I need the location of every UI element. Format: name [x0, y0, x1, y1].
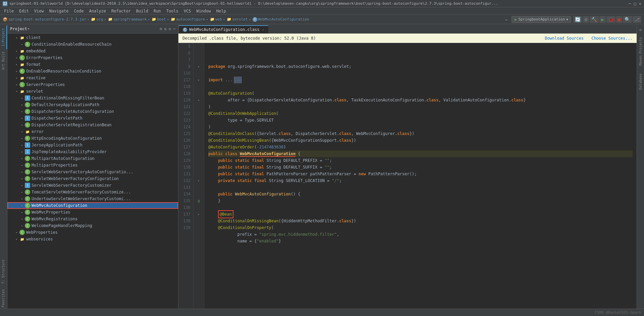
close-button[interactable]: ✕ — [639, 1, 641, 6]
settings-button[interactable]: ⚙ — [583, 16, 589, 23]
tree-expander[interactable]: ▸ — [14, 237, 19, 241]
git-button[interactable]: ⎇ — [633, 16, 641, 23]
fold-placeholder[interactable]: ... — [234, 77, 242, 83]
strip-artbuild-tab[interactable]: Art Build — [0, 49, 7, 73]
collapse-icon[interactable]: — — [173, 27, 175, 31]
menu-window[interactable]: Window — [194, 8, 213, 14]
tree-expander[interactable]: ▸ — [19, 137, 25, 140]
run-button[interactable]: ▶ — [599, 16, 605, 23]
tree-expander[interactable]: ▸ — [19, 224, 25, 227]
tree-expander[interactable]: ▸ — [14, 56, 19, 59]
tree-expander[interactable]: ▸ — [14, 76, 19, 80]
tree-expander[interactable]: ▸ — [14, 49, 19, 53]
right-tab-maven-projects[interactable]: Maven Projects — [637, 35, 644, 68]
tree-item[interactable]: ▸CMultipartAutoConfiguration — [7, 155, 178, 162]
menu-tools[interactable]: Tools — [164, 8, 181, 14]
sort-icon[interactable]: ⇅ — [164, 27, 166, 31]
fold-icon[interactable]: ▸ — [198, 78, 200, 82]
code-editor[interactable]: 5678116117118119120121122123124125126127… — [178, 43, 637, 316]
tree-expander[interactable]: ▸ — [19, 157, 25, 160]
tree-item[interactable]: ▸📁format — [7, 61, 178, 68]
tree-expander[interactable]: ▸ — [19, 217, 25, 221]
menu-build[interactable]: Build — [133, 8, 151, 14]
gear-icon[interactable]: ⚙ — [169, 27, 171, 31]
menu-view[interactable]: View — [32, 8, 47, 14]
tree-expander[interactable]: ▸ — [19, 184, 25, 187]
tree-expander[interactable]: ▸ — [19, 96, 25, 100]
tree-item[interactable]: ▸CUndertowServletWebServerFactoryCustomi… — [7, 195, 178, 202]
tree-item[interactable]: ▾📁servlet — [7, 88, 178, 95]
tree-expander[interactable]: ▸ — [14, 231, 19, 234]
tree-item[interactable]: ▸CDefaultJerseyApplicationPath — [7, 101, 178, 108]
menu-analyze[interactable]: Analyze — [86, 8, 109, 14]
maximize-button[interactable]: □ — [634, 1, 636, 6]
tree-expander[interactable]: ▸ — [14, 63, 19, 66]
bc-autoconfigure[interactable]: autoconfigure — [176, 17, 205, 21]
tree-expander[interactable]: ▸ — [19, 170, 25, 174]
tree-item[interactable]: ▸CServletWebServerFactoryAutoConfigurati… — [7, 169, 178, 175]
tree-item[interactable]: ▸CWebMvcAutoConfiguration — [7, 202, 178, 209]
fold-icon[interactable]: ▸ — [198, 213, 200, 216]
tree-expander[interactable]: ▸ — [19, 204, 25, 207]
tree-expander[interactable]: ▾ — [14, 90, 19, 93]
fold-icon[interactable]: ▸ — [198, 98, 200, 102]
tree-expander[interactable]: ▸ — [19, 177, 25, 180]
menu-code[interactable]: Code — [71, 8, 87, 14]
menu-run[interactable]: Run — [151, 8, 164, 14]
strip-project-tab[interactable]: 1:Project — [0, 26, 7, 49]
menu-refactor[interactable]: Refactor — [109, 8, 133, 14]
bc-servlet[interactable]: servlet — [232, 17, 248, 21]
tree-expander[interactable]: ▸ — [19, 143, 25, 147]
choose-sources-link[interactable]: Choose Sources... — [591, 36, 633, 41]
tree-item[interactable]: ▸CDispatcherServletRegistrationBean — [7, 122, 178, 128]
tree-item[interactable]: ▸CTomcatServletWebServerFactoryCustomize… — [7, 189, 178, 195]
bean-gutter-icon[interactable]: @ — [198, 199, 200, 203]
tree-item[interactable]: ▸CWebProperties — [7, 229, 178, 236]
run-config-selector[interactable]: ▶ SpringbootApplication ▼ — [512, 16, 571, 23]
tree-item[interactable]: ▸CServerProperties — [7, 81, 178, 88]
tree-expander[interactable]: ▸ — [19, 43, 25, 46]
tree-expander[interactable]: ▸ — [19, 211, 25, 214]
fold-icon[interactable]: ▸ — [198, 179, 200, 182]
editor-tab-webmvc[interactable]: C WebMvcAutoConfiguration.class ✕ — [178, 25, 268, 33]
tree-item[interactable]: ▸CErrorProperties — [7, 54, 178, 61]
refresh-button[interactable]: 🔄 — [573, 16, 582, 23]
tree-expander[interactable]: ▸ — [19, 117, 25, 120]
tree-expander[interactable]: ▸ — [19, 123, 25, 127]
bc-springframework[interactable]: springframework — [113, 17, 147, 21]
tree-item[interactable]: ▸CHttpEncodingAutoConfiguration — [7, 135, 178, 142]
tree-expander[interactable]: ▸ — [14, 70, 19, 73]
code-content[interactable]: package org.springframework.boot.autocon… — [204, 43, 637, 316]
tree-item[interactable]: ▸CMultipartProperties — [7, 162, 178, 169]
tree-item[interactable]: ▸CServletWebServerFactoryConfiguration — [7, 175, 178, 182]
bc-class[interactable]: WebMvcAutoConfiguration — [258, 17, 309, 21]
menu-help[interactable]: Help — [214, 8, 229, 14]
tab-close-button[interactable]: ✕ — [262, 28, 264, 32]
tree-item[interactable]: ▸📁embedded — [7, 48, 178, 54]
tree-item[interactable]: ▸COnEnabledResourceChainCondition — [7, 68, 178, 75]
tree-item[interactable]: ▸CDispatcherServletAutoConfiguration — [7, 108, 178, 115]
tree-expander[interactable]: ▸ — [19, 150, 25, 153]
bc-jar[interactable]: spring-boot-autoconfigure-2.7.3.jar — [8, 17, 86, 21]
stop-button[interactable]: ■ — [616, 16, 622, 23]
bc-nav-back[interactable]: ← — [505, 17, 508, 22]
tree-expander[interactable]: ▸ — [14, 36, 19, 39]
bc-boot[interactable]: boot — [157, 17, 166, 21]
tree-item[interactable]: ▸📁webservices — [7, 236, 178, 242]
tree-expander[interactable]: ▸ — [19, 164, 25, 167]
tree-item[interactable]: ▸IJerseyApplicationPath — [7, 142, 178, 148]
tree-item[interactable]: ▸📁reactive — [7, 75, 178, 81]
menu-vcs[interactable]: VCS — [181, 8, 194, 14]
strip-structure-tab[interactable]: 7: Structure — [0, 257, 7, 286]
tree-expander[interactable]: ▸ — [19, 130, 25, 133]
right-tab-database[interactable]: Database — [637, 71, 644, 92]
tree-item[interactable]: ▸📁error — [7, 128, 178, 135]
tree-item[interactable]: ▸CWebMvcProperties — [7, 209, 178, 216]
tree-expander[interactable]: ▸ — [19, 110, 25, 113]
menu-navigate[interactable]: Navigate — [47, 8, 71, 14]
menu-file[interactable]: File — [1, 8, 16, 14]
tree-expander[interactable]: ▸ — [19, 197, 25, 200]
fold-icon[interactable]: ▸ — [198, 65, 200, 68]
bc-org[interactable]: org — [96, 17, 103, 21]
search-button[interactable]: 🔍 — [623, 16, 632, 23]
